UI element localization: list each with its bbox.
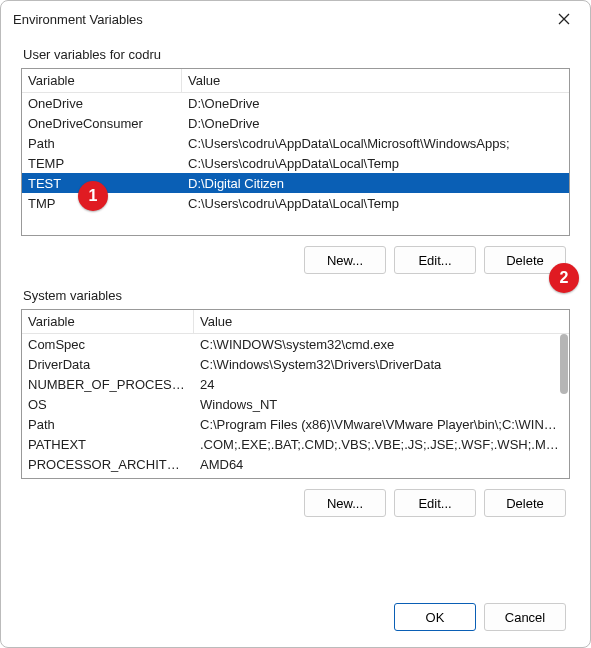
var-name-cell: PATHEXT bbox=[22, 437, 194, 452]
var-name-cell: DriverData bbox=[22, 357, 194, 372]
var-name-cell: NUMBER_OF_PROCESSORS bbox=[22, 377, 194, 392]
col-header-variable[interactable]: Variable bbox=[22, 310, 194, 334]
table-row[interactable]: ComSpecC:\WINDOWS\system32\cmd.exe bbox=[22, 334, 569, 354]
var-name-cell: Path bbox=[22, 136, 182, 151]
table-row[interactable]: PATHEXT.COM;.EXE;.BAT;.CMD;.VBS;.VBE;.JS… bbox=[22, 434, 569, 454]
table-row[interactable]: PROCESSOR_IDENTIFIERAMD64 Family 25 Mode… bbox=[22, 474, 569, 479]
system-edit-button[interactable]: Edit... bbox=[394, 489, 476, 517]
system-buttons-row: New... Edit... Delete bbox=[21, 489, 570, 517]
var-name-cell: TEMP bbox=[22, 156, 182, 171]
table-row[interactable]: TEMPC:\Users\codru\AppData\Local\Temp bbox=[22, 153, 569, 173]
var-value-cell: AMD64 Family 25 Model 97 Stepping 2, Aut… bbox=[194, 477, 569, 480]
col-header-value[interactable]: Value bbox=[182, 69, 569, 93]
var-name-cell: PROCESSOR_ARCHITECTURE bbox=[22, 457, 194, 472]
table-row[interactable]: OneDriveD:\OneDrive bbox=[22, 93, 569, 113]
var-value-cell: D:\Digital Citizen bbox=[182, 176, 569, 191]
system-group-label: System variables bbox=[21, 288, 570, 303]
callout-2: 2 bbox=[549, 263, 579, 293]
var-value-cell: C:\Users\codru\AppData\Local\Temp bbox=[182, 196, 569, 211]
titlebar: Environment Variables bbox=[1, 1, 590, 37]
var-name-cell: ComSpec bbox=[22, 337, 194, 352]
user-list-header: Variable Value bbox=[22, 69, 569, 93]
var-value-cell: C:\Windows\System32\Drivers\DriverData bbox=[194, 357, 569, 372]
table-row[interactable]: NUMBER_OF_PROCESSORS24 bbox=[22, 374, 569, 394]
user-edit-button[interactable]: Edit... bbox=[394, 246, 476, 274]
user-new-button[interactable]: New... bbox=[304, 246, 386, 274]
system-new-button[interactable]: New... bbox=[304, 489, 386, 517]
table-row[interactable]: OSWindows_NT bbox=[22, 394, 569, 414]
col-header-value[interactable]: Value bbox=[194, 310, 569, 334]
var-value-cell: 24 bbox=[194, 377, 569, 392]
var-name-cell: OneDrive bbox=[22, 96, 182, 111]
var-value-cell: AMD64 bbox=[194, 457, 569, 472]
env-vars-window: Environment Variables User variables for… bbox=[0, 0, 591, 648]
var-name-cell: OS bbox=[22, 397, 194, 412]
var-name-cell: Path bbox=[22, 417, 194, 432]
var-value-cell: D:\OneDrive bbox=[182, 96, 569, 111]
close-icon[interactable] bbox=[550, 5, 578, 33]
cancel-button[interactable]: Cancel bbox=[484, 603, 566, 631]
content-area: User variables for codru Variable Value … bbox=[1, 37, 590, 591]
user-variables-list[interactable]: Variable Value OneDriveD:\OneDriveOneDri… bbox=[21, 68, 570, 236]
dialog-footer: OK Cancel bbox=[1, 591, 590, 647]
var-name-cell: PROCESSOR_IDENTIFIER bbox=[22, 477, 194, 480]
user-buttons-row: New... Edit... Delete bbox=[21, 246, 570, 274]
system-delete-button[interactable]: Delete bbox=[484, 489, 566, 517]
scrollbar-thumb[interactable] bbox=[560, 334, 568, 394]
system-list-header: Variable Value bbox=[22, 310, 569, 334]
window-title: Environment Variables bbox=[13, 12, 550, 27]
ok-button[interactable]: OK bbox=[394, 603, 476, 631]
table-row[interactable]: PathC:\Users\codru\AppData\Local\Microso… bbox=[22, 133, 569, 153]
table-row[interactable]: DriverDataC:\Windows\System32\Drivers\Dr… bbox=[22, 354, 569, 374]
var-value-cell: C:\Users\codru\AppData\Local\Microsoft\W… bbox=[182, 136, 569, 151]
user-variables-group: User variables for codru Variable Value … bbox=[21, 47, 570, 274]
callout-1: 1 bbox=[78, 181, 108, 211]
system-variables-group: System variables Variable Value ComSpecC… bbox=[21, 288, 570, 517]
user-group-label: User variables for codru bbox=[21, 47, 570, 62]
var-value-cell: D:\OneDrive bbox=[182, 116, 569, 131]
var-name-cell: OneDriveConsumer bbox=[22, 116, 182, 131]
table-row[interactable]: PROCESSOR_ARCHITECTUREAMD64 bbox=[22, 454, 569, 474]
var-value-cell: Windows_NT bbox=[194, 397, 569, 412]
var-value-cell: C:\WINDOWS\system32\cmd.exe bbox=[194, 337, 569, 352]
var-value-cell: C:\Program Files (x86)\VMware\VMware Pla… bbox=[194, 417, 569, 432]
var-value-cell: .COM;.EXE;.BAT;.CMD;.VBS;.VBE;.JS;.JSE;.… bbox=[194, 437, 569, 452]
col-header-variable[interactable]: Variable bbox=[22, 69, 182, 93]
var-value-cell: C:\Users\codru\AppData\Local\Temp bbox=[182, 156, 569, 171]
table-row[interactable]: OneDriveConsumerD:\OneDrive bbox=[22, 113, 569, 133]
table-row[interactable]: PathC:\Program Files (x86)\VMware\VMware… bbox=[22, 414, 569, 434]
system-variables-list[interactable]: Variable Value ComSpecC:\WINDOWS\system3… bbox=[21, 309, 570, 479]
